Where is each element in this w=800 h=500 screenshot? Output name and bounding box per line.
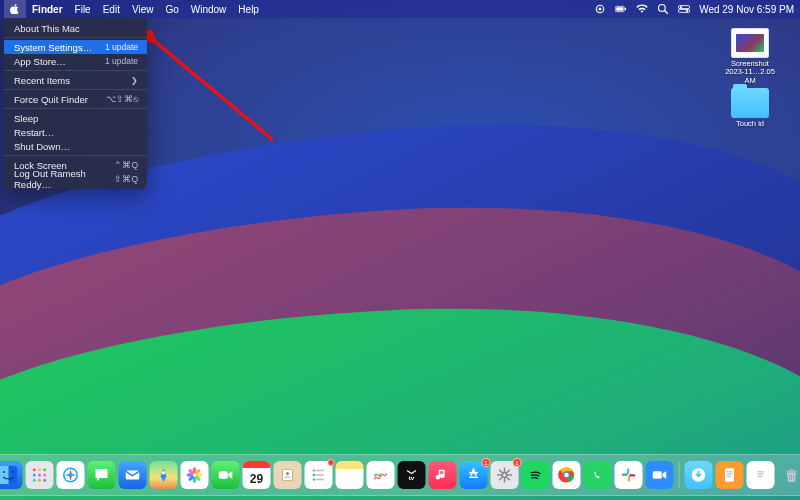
svg-point-58 xyxy=(564,473,569,478)
wifi-icon[interactable] xyxy=(636,3,648,15)
svg-rect-13 xyxy=(0,466,9,484)
menu-about-this-mac[interactable]: About This Mac xyxy=(4,21,147,35)
svg-rect-73 xyxy=(758,476,763,477)
dock-app-spotify[interactable] xyxy=(522,461,550,489)
svg-rect-3 xyxy=(625,8,626,10)
svg-point-59 xyxy=(590,468,605,483)
menubar-item-go[interactable]: Go xyxy=(159,0,184,18)
svg-point-42 xyxy=(313,469,316,472)
dock-app-facetime[interactable] xyxy=(212,461,240,489)
svg-rect-72 xyxy=(758,474,764,475)
svg-rect-45 xyxy=(316,474,324,476)
folder-icon xyxy=(731,88,769,118)
dock-app-messages[interactable] xyxy=(88,461,116,489)
menu-separator xyxy=(4,108,147,109)
svg-line-6 xyxy=(665,11,668,14)
dock-app-zoom[interactable] xyxy=(646,461,674,489)
dock-app-music[interactable] xyxy=(429,461,457,489)
dock: 29tv11 xyxy=(0,454,800,496)
dock-app-maps[interactable] xyxy=(150,461,178,489)
svg-text:tv: tv xyxy=(409,475,415,481)
dock-app-mail[interactable] xyxy=(119,461,147,489)
svg-point-18 xyxy=(43,468,46,471)
svg-rect-63 xyxy=(629,474,635,476)
svg-rect-47 xyxy=(316,479,324,481)
menu-system-settings[interactable]: System Settings… 1 update xyxy=(4,40,147,54)
dock-app-system-settings[interactable]: 1 xyxy=(491,461,519,489)
svg-point-8 xyxy=(680,6,682,8)
menubar-item-edit[interactable]: Edit xyxy=(97,0,126,18)
dock-app-reminders[interactable] xyxy=(305,461,333,489)
dock-app-trash[interactable] xyxy=(778,461,801,489)
menu-separator xyxy=(4,155,147,156)
menu-log-out[interactable]: Log Out Ramesh Reddy… ⇧⌘Q xyxy=(4,172,147,186)
menu-recent-items[interactable]: Recent Items ❯ xyxy=(4,73,147,87)
dock-app-preview[interactable] xyxy=(747,461,775,489)
menu-app-store[interactable]: App Store… 1 update xyxy=(4,54,147,68)
menubar-item-help[interactable]: Help xyxy=(232,0,265,18)
dock-app-photos[interactable] xyxy=(181,461,209,489)
desktop-folder-touch-id[interactable]: Touch id xyxy=(720,88,780,128)
apple-menu-button[interactable] xyxy=(4,0,26,18)
screenshot-thumbnail xyxy=(731,28,769,58)
svg-rect-4 xyxy=(616,7,623,11)
menu-separator xyxy=(4,37,147,38)
menubar-item-file[interactable]: File xyxy=(69,0,97,18)
menu-separator xyxy=(4,89,147,90)
dock-app-notes[interactable] xyxy=(336,461,364,489)
svg-rect-75 xyxy=(789,469,794,471)
dock-app-finder[interactable] xyxy=(0,461,23,489)
dock-app-chrome[interactable] xyxy=(553,461,581,489)
svg-rect-67 xyxy=(727,471,733,472)
dock-app-pages[interactable] xyxy=(716,461,744,489)
svg-rect-62 xyxy=(628,476,630,482)
svg-rect-60 xyxy=(627,468,629,474)
svg-rect-70 xyxy=(756,468,765,482)
menu-shut-down[interactable]: Shut Down… xyxy=(4,139,147,153)
control-center-icon[interactable] xyxy=(678,3,690,15)
svg-point-41 xyxy=(286,472,289,475)
chevron-right-icon: ❯ xyxy=(131,76,138,85)
menu-restart[interactable]: Restart… xyxy=(4,125,147,139)
dock-app-slack[interactable] xyxy=(615,461,643,489)
battery-icon[interactable] xyxy=(615,3,627,15)
dock-app-downloads[interactable] xyxy=(685,461,713,489)
svg-point-23 xyxy=(38,479,41,482)
search-icon[interactable] xyxy=(657,3,669,15)
svg-point-19 xyxy=(33,474,36,477)
dock-app-contacts[interactable] xyxy=(274,461,302,489)
svg-point-20 xyxy=(38,474,41,477)
svg-point-17 xyxy=(38,468,41,471)
dock-app-whatsapp[interactable] xyxy=(584,461,612,489)
svg-point-54 xyxy=(503,474,506,477)
dock-divider xyxy=(679,462,680,488)
svg-rect-68 xyxy=(727,474,733,475)
dock-app-calendar[interactable]: 29 xyxy=(243,461,271,489)
dock-app-tv[interactable]: tv xyxy=(398,461,426,489)
menu-force-quit[interactable]: Force Quit Finder ⌥⇧⌘⎋ xyxy=(4,92,147,106)
svg-point-24 xyxy=(43,479,46,482)
menubar-app-name[interactable]: Finder xyxy=(26,0,69,18)
svg-rect-64 xyxy=(653,471,662,479)
svg-point-44 xyxy=(313,474,316,477)
dock-app-appstore[interactable]: 1 xyxy=(460,461,488,489)
dock-app-safari[interactable] xyxy=(57,461,85,489)
dock-app-launchpad[interactable] xyxy=(26,461,54,489)
menubar-item-window[interactable]: Window xyxy=(185,0,233,18)
menubar-item-view[interactable]: View xyxy=(126,0,160,18)
menu-sleep[interactable]: Sleep xyxy=(4,111,147,125)
menu-separator xyxy=(4,70,147,71)
svg-point-28 xyxy=(162,471,165,474)
svg-point-37 xyxy=(193,474,196,477)
desktop-file-screenshot[interactable]: Screenshot 2023-11…2.05 AM xyxy=(720,28,780,85)
dock-app-freeform[interactable] xyxy=(367,461,395,489)
svg-point-16 xyxy=(33,468,36,471)
svg-rect-38 xyxy=(219,471,228,479)
svg-rect-71 xyxy=(758,471,764,472)
svg-rect-74 xyxy=(786,471,797,473)
record-icon[interactable] xyxy=(594,3,606,15)
svg-point-21 xyxy=(43,474,46,477)
svg-point-1 xyxy=(599,8,602,11)
menubar-clock[interactable]: Wed 29 Nov 6:59 PM xyxy=(699,4,794,15)
svg-point-10 xyxy=(686,10,688,12)
